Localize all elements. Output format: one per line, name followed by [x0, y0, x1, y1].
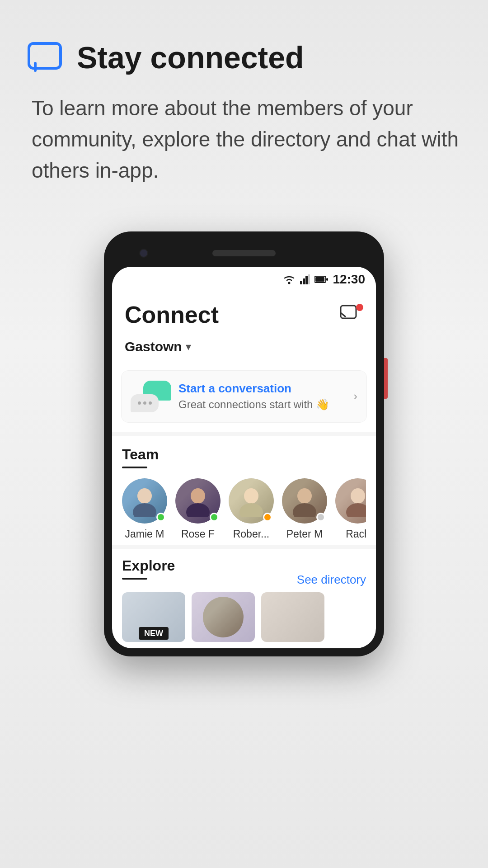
notification-button[interactable] [339, 304, 363, 326]
svg-point-19 [293, 503, 316, 517]
chevron-down-icon: ▾ [186, 340, 191, 353]
dot-3 [149, 401, 152, 405]
phone-outer: 12:30 Connect Gastown [104, 231, 384, 656]
status-indicator-jamie [156, 513, 165, 522]
explore-card-2[interactable] [192, 592, 255, 642]
avatar-container-peter [282, 478, 327, 524]
status-indicator-robert [263, 513, 272, 522]
svg-point-13 [133, 503, 156, 517]
svg-point-21 [346, 503, 366, 517]
status-indicator-rose [210, 513, 219, 522]
svg-rect-8 [315, 277, 324, 282]
section-divider-2 [112, 545, 376, 549]
chat-icon [27, 42, 63, 73]
team-section-header: Team [122, 446, 366, 476]
explore-section-title: Explore [122, 557, 175, 574]
location-name: Gastown [125, 339, 182, 354]
phone-camera [139, 249, 148, 258]
svg-point-18 [297, 488, 312, 504]
explore-cards: NEW [122, 592, 366, 642]
member-name-jamie: Jamie M [125, 528, 164, 540]
svg-point-2 [288, 282, 291, 284]
team-section: Team [112, 436, 376, 545]
svg-rect-9 [326, 278, 328, 281]
team-member-rachel[interactable]: Rach [335, 478, 366, 540]
svg-rect-5 [305, 276, 308, 284]
status-icons: 12:30 [283, 272, 365, 287]
svg-rect-10 [341, 306, 356, 318]
svg-point-15 [186, 503, 210, 517]
chevron-right-icon: › [353, 389, 357, 403]
explore-section: Explore See directory NEW [112, 549, 376, 648]
header-section: Stay connected To learn more about the m… [0, 0, 488, 204]
explore-card-1[interactable]: NEW [122, 592, 185, 642]
new-badge: NEW [139, 627, 169, 640]
header-description: To learn more about the members of your … [27, 93, 461, 186]
avatar-container-robert [229, 478, 274, 524]
team-member-rose[interactable]: Rose F [175, 478, 221, 540]
member-name-robert: Rober... [233, 528, 270, 540]
app-header: Connect [112, 292, 376, 333]
avatar-container-rachel [335, 478, 366, 524]
battery-icon [314, 275, 328, 283]
explore-card-3[interactable] [261, 592, 324, 642]
app-title: Connect [125, 301, 219, 328]
avatar-container-jamie [122, 478, 167, 524]
status-indicator-peter [316, 513, 325, 522]
page-title: Stay connected [77, 41, 304, 75]
bubble-gray [131, 394, 159, 412]
team-underline [122, 467, 147, 468]
location-row[interactable]: Gastown ▾ [112, 333, 376, 361]
explore-section-header: Explore See directory [122, 557, 366, 587]
phone-mockup: 12:30 Connect Gastown [0, 231, 488, 656]
conversation-text: Start a conversation Great connections s… [178, 382, 346, 411]
svg-point-14 [191, 488, 205, 504]
svg-rect-0 [29, 43, 61, 68]
avatar-rachel [335, 478, 366, 524]
svg-point-16 [244, 488, 258, 504]
team-section-title: Team [122, 446, 159, 462]
member-name-rachel: Rach [346, 528, 366, 540]
phone-screen: 12:30 Connect Gastown [112, 267, 376, 648]
explore-underline [122, 578, 147, 580]
team-members-list: Jamie M [122, 478, 366, 540]
member-name-rose: Rose F [181, 528, 215, 540]
phone-speaker [212, 250, 276, 256]
avatar-container-rose [175, 478, 221, 524]
conversation-bubbles [131, 381, 171, 412]
team-member-robert[interactable]: Rober... [229, 478, 274, 540]
notification-dot [356, 304, 363, 311]
svg-rect-4 [303, 278, 305, 284]
svg-point-20 [351, 488, 365, 504]
member-name-peter: Peter M [286, 528, 323, 540]
team-member-peter[interactable]: Peter M [282, 478, 327, 540]
team-title-group: Team [122, 446, 159, 476]
svg-rect-3 [300, 281, 302, 284]
conversation-subtext: Great connections start with 👋 [178, 398, 329, 410]
conversation-card[interactable]: Start a conversation Great connections s… [121, 370, 367, 423]
start-conversation-link[interactable]: Start a conversation [178, 382, 346, 396]
svg-rect-6 [308, 274, 310, 284]
page-background: Stay connected To learn more about the m… [0, 0, 488, 868]
status-bar: 12:30 [112, 267, 376, 292]
phone-side-button [384, 358, 388, 399]
dot-1 [138, 401, 141, 405]
dot-2 [143, 401, 146, 405]
explore-title-group: Explore [122, 557, 175, 587]
new-badge-overlay: NEW [139, 629, 169, 638]
wifi-icon [283, 274, 296, 284]
section-divider [112, 432, 376, 436]
team-member-jamie[interactable]: Jamie M [122, 478, 167, 540]
header-title-row: Stay connected [27, 41, 461, 75]
phone-top-bar [112, 240, 376, 267]
status-time: 12:30 [333, 272, 365, 287]
see-directory-link[interactable]: See directory [297, 573, 366, 587]
svg-point-12 [137, 488, 152, 504]
svg-point-17 [239, 503, 263, 517]
signal-icon [300, 274, 310, 284]
